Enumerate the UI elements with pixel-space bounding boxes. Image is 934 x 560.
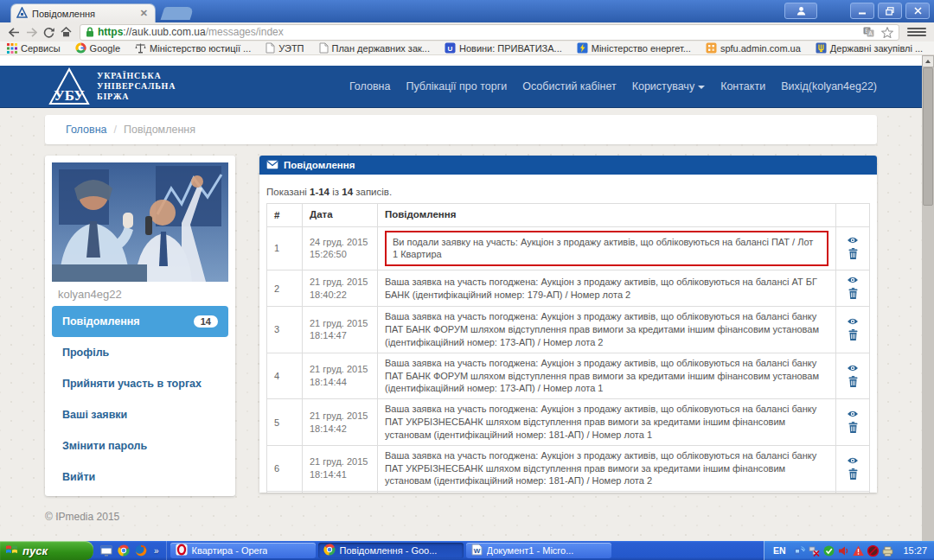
desktop-quicklaunch-icon[interactable]	[100, 545, 112, 557]
tab-close-icon[interactable]: ✕	[138, 8, 150, 19]
sidebar-username: kolyan4eg22	[52, 282, 228, 306]
delete-message-icon[interactable]	[847, 422, 859, 435]
taskbar-task-button[interactable]: W Документ1 - Micro...	[466, 543, 611, 558]
ssl-lock-icon[interactable]	[86, 27, 94, 37]
uub-logo-icon: УБУ	[48, 67, 90, 105]
block-tray-icon[interactable]	[867, 545, 879, 557]
sidebar-item[interactable]: Ваші заявки	[52, 399, 228, 430]
sidebar-item[interactable]: Профіль	[52, 337, 228, 368]
nav-link-контакти[interactable]: Контакти	[720, 80, 765, 92]
system-tray: EN 15:27	[764, 541, 934, 560]
sidebar-item[interactable]: Змінити пароль	[52, 430, 228, 461]
envelope-icon	[266, 157, 278, 173]
scrollbar-up-icon[interactable]	[922, 55, 934, 67]
quick-launch-more-icon[interactable]: »	[154, 546, 159, 556]
url-host: ://auk.uub.com.ua	[123, 26, 205, 38]
translate-icon[interactable]: БA	[863, 27, 874, 37]
page-scrollbar[interactable]	[922, 55, 934, 541]
close-button[interactable]	[905, 3, 930, 19]
main-nav: ГоловнаПублікації про торгиОсобистий каб…	[349, 66, 877, 107]
language-indicator[interactable]: EN	[773, 545, 786, 556]
site-logo[interactable]: УБУ УКРАЇНСЬКА УНІВЕРСАЛЬНА БІРЖА	[48, 67, 176, 105]
speaker-tray-icon[interactable]	[838, 545, 849, 557]
bookmark-favicon-icon: U	[445, 42, 456, 54]
bookmark-item[interactable]: Сервисы	[7, 43, 61, 54]
view-message-icon[interactable]	[847, 317, 859, 328]
signal-tray-icon[interactable]	[794, 545, 805, 557]
view-message-icon[interactable]	[847, 276, 859, 286]
row-number: 4	[267, 353, 303, 399]
address-bar[interactable]: https://auk.uub.com.ua/messages/index БA	[80, 24, 899, 41]
nav-link-головна[interactable]: Головна	[349, 80, 391, 92]
bookmark-favicon-icon	[577, 42, 588, 54]
delete-message-icon[interactable]	[847, 376, 859, 389]
bookmark-item[interactable]: U Новини: ПРИВАТИЗА...	[445, 42, 562, 54]
row-message: Ваша заявка на участь погоджена: Аукціон…	[385, 357, 828, 396]
row-message: Ваша заявка на участь погоджена: Аукціон…	[385, 310, 828, 349]
bookmark-favicon-icon	[7, 43, 17, 54]
new-tab-button[interactable]	[161, 7, 195, 20]
fax-tray-icon[interactable]	[882, 545, 893, 557]
delete-message-icon[interactable]	[847, 288, 859, 301]
forward-button[interactable]	[22, 24, 40, 40]
nav-link-вихід[interactable]: Вихід(kolyan4eg22)	[781, 80, 877, 92]
chrome-quicklaunch-icon[interactable]	[118, 544, 130, 557]
tab-title: Повідомлення	[32, 9, 138, 19]
row-message: Ваша заявка на участь погоджена: Аукціон…	[385, 403, 828, 442]
firefox-quicklaunch-icon[interactable]	[135, 544, 147, 557]
row-date: 21 груд. 2015 18:40:22	[303, 270, 378, 307]
sidebar-item[interactable]: Прийняти участь в торгах	[52, 368, 228, 399]
bookmark-item[interactable]: Міністерство енергет...	[577, 42, 691, 54]
clock[interactable]: 15:27	[903, 545, 927, 556]
back-button[interactable]	[5, 24, 22, 40]
bookmark-item[interactable]: spfu.admin.com.ua	[706, 42, 801, 54]
tray-icons	[794, 545, 893, 557]
net-x-tray-icon[interactable]	[809, 545, 820, 557]
sidebar-item[interactable]: Вийти	[52, 461, 228, 493]
delete-message-icon[interactable]	[847, 329, 859, 342]
reload-button[interactable]	[40, 24, 57, 40]
site-footer: © IPmedia 2015	[45, 511, 119, 523]
row-message: Ваша заявка на участь погоджена: Аукціон…	[385, 449, 828, 488]
message-row: 4 21 груд. 2015 18:14:44 Ваша заявка на …	[267, 353, 870, 399]
shield-tray-icon[interactable]	[823, 545, 835, 557]
browser-tab[interactable]: Повідомлення ✕	[10, 3, 156, 22]
breadcrumb-current: Повідомлення	[124, 124, 195, 136]
bookmark-favicon-icon	[319, 42, 329, 54]
bookmark-item[interactable]: План державних зак...	[319, 42, 430, 54]
nav-link-публікації про торги[interactable]: Публікації про торги	[406, 80, 507, 92]
bookmark-star-icon[interactable]	[881, 27, 893, 38]
nav-link-особистий кабінет[interactable]: Особистий кабінет	[522, 80, 616, 92]
taskbar-task-button[interactable]: Квартира - Opera	[170, 543, 316, 558]
sidebar-item[interactable]: Повідомлення 14	[52, 306, 228, 337]
column-header-actions	[836, 204, 870, 227]
bookmark-item[interactable]: УЭТП	[265, 42, 304, 54]
view-message-icon[interactable]	[847, 364, 859, 374]
view-message-icon[interactable]	[847, 410, 859, 420]
bookmark-item[interactable]: Міністерство юстиції ...	[135, 42, 251, 54]
message-row: 7 21 груд. 2015 18:14:39 Ваша заявка на …	[267, 492, 870, 493]
browser-menu-icon[interactable]	[905, 25, 929, 39]
view-message-icon[interactable]	[847, 236, 859, 246]
panel-title: Повідомлення	[284, 160, 355, 170]
svg-text:U: U	[448, 45, 453, 53]
delete-message-icon[interactable]	[847, 248, 859, 261]
task-buttons: Квартира - Opera Повідомлення - Goo... W…	[167, 541, 764, 560]
breadcrumb-home-link[interactable]: Головна	[66, 124, 107, 136]
taskbar-task-button[interactable]: Повідомлення - Goo...	[318, 543, 464, 558]
minimize-button[interactable]	[850, 3, 874, 19]
home-button[interactable]	[57, 24, 74, 40]
delete-message-icon[interactable]	[847, 468, 859, 481]
profile-button[interactable]	[784, 3, 817, 19]
bookmark-item[interactable]: Державні закупівлі ...	[816, 42, 923, 54]
scrollbar-thumb[interactable]	[923, 67, 933, 206]
bookmark-favicon-icon	[265, 42, 275, 54]
url-path: /messages/index	[206, 26, 284, 38]
view-message-icon[interactable]	[847, 456, 859, 467]
warning-tray-icon[interactable]	[853, 545, 864, 557]
nav-link-користувачу[interactable]: Користувачу	[632, 80, 705, 92]
svg-text:УБУ: УБУ	[54, 87, 85, 104]
bookmark-item[interactable]: Google	[75, 42, 120, 54]
restore-button[interactable]	[878, 3, 902, 19]
start-button[interactable]: пуск	[0, 541, 93, 560]
